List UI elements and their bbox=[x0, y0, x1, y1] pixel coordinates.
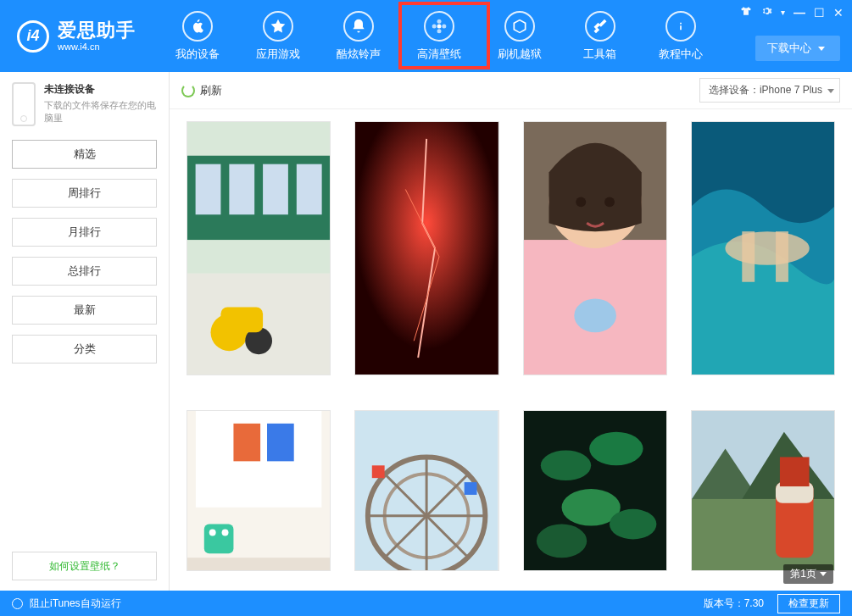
refresh-icon bbox=[181, 84, 195, 97]
svg-point-2 bbox=[437, 29, 441, 33]
refresh-button[interactable]: 刷新 bbox=[181, 83, 222, 98]
svg-rect-16 bbox=[355, 122, 498, 375]
minimize-button[interactable]: — bbox=[794, 6, 805, 19]
svg-point-49 bbox=[536, 524, 586, 558]
logo-badge: i4 bbox=[17, 20, 49, 53]
svg-rect-54 bbox=[780, 457, 810, 486]
nav-jailbreak[interactable]: 刷机越狱 bbox=[479, 4, 560, 69]
apple-icon bbox=[182, 11, 213, 42]
phone-icon bbox=[12, 82, 36, 126]
svg-rect-7 bbox=[196, 164, 221, 215]
main-nav: 我的设备 应用游戏 酷炫铃声 高清壁纸 刷机越狱 工具箱 教程中心 bbox=[157, 4, 721, 69]
sidebar-item-category[interactable]: 分类 bbox=[12, 335, 157, 363]
wallpaper-thumb[interactable] bbox=[523, 121, 667, 375]
chevron-down-icon[interactable]: ▾ bbox=[781, 8, 785, 17]
svg-point-0 bbox=[437, 24, 441, 28]
logo: i4 爱思助手 www.i4.cn bbox=[17, 20, 136, 53]
nav-wallpapers[interactable]: 高清壁纸 bbox=[398, 4, 479, 69]
help-link[interactable]: 如何设置壁纸？ bbox=[12, 552, 157, 580]
download-center-button[interactable]: 下载中心 bbox=[755, 36, 840, 61]
nav-ringtones[interactable]: 酷炫铃声 bbox=[318, 4, 398, 69]
svg-rect-25 bbox=[742, 231, 755, 282]
sidebar-item-featured[interactable]: 精选 bbox=[12, 140, 157, 169]
svg-point-4 bbox=[442, 24, 446, 28]
svg-rect-34 bbox=[187, 558, 330, 570]
svg-point-21 bbox=[604, 197, 615, 207]
svg-point-45 bbox=[540, 450, 590, 480]
svg-rect-10 bbox=[297, 164, 322, 215]
close-button[interactable]: ✕ bbox=[833, 6, 844, 19]
svg-point-24 bbox=[725, 231, 809, 265]
svg-rect-30 bbox=[267, 424, 294, 462]
svg-rect-29 bbox=[233, 424, 260, 462]
wallpaper-grid: 第1页 bbox=[170, 109, 852, 591]
nav-tools[interactable]: 工具箱 bbox=[560, 4, 640, 69]
nav-my-device[interactable]: 我的设备 bbox=[157, 4, 237, 69]
sidebar-item-latest[interactable]: 最新 bbox=[12, 296, 157, 325]
tools-icon bbox=[585, 11, 615, 42]
device-select[interactable]: 选择设备：iPhone 7 Plus bbox=[699, 78, 840, 103]
wallpaper-thumb[interactable] bbox=[523, 410, 667, 571]
sidebar-item-weekly[interactable]: 周排行 bbox=[12, 179, 157, 208]
wallpaper-thumb[interactable] bbox=[691, 410, 835, 571]
svg-rect-31 bbox=[204, 524, 234, 554]
svg-point-46 bbox=[589, 432, 643, 466]
sidebar-item-overall[interactable]: 总排行 bbox=[12, 257, 157, 286]
appstore-icon bbox=[263, 11, 293, 42]
sidebar-item-monthly[interactable]: 月排行 bbox=[12, 218, 157, 247]
flower-icon bbox=[424, 11, 454, 42]
check-update-button[interactable]: 检查更新 bbox=[777, 594, 840, 613]
app-url: www.i4.cn bbox=[58, 42, 136, 52]
svg-rect-9 bbox=[263, 164, 288, 215]
svg-rect-26 bbox=[776, 231, 788, 282]
wallpaper-thumb[interactable] bbox=[354, 121, 498, 375]
svg-point-3 bbox=[432, 24, 436, 28]
svg-rect-14 bbox=[220, 308, 263, 333]
app-title: 爱思助手 bbox=[58, 20, 136, 41]
maximize-button[interactable]: ☐ bbox=[814, 6, 825, 19]
svg-point-1 bbox=[437, 19, 441, 23]
wallpaper-thumb[interactable] bbox=[187, 410, 331, 571]
svg-point-33 bbox=[222, 530, 229, 536]
page-indicator[interactable]: 第1页 bbox=[783, 564, 833, 584]
window-controls: ▾ — ☐ ✕ bbox=[740, 5, 844, 19]
sidebar: 未连接设备 下载的文件将保存在您的电脑里 精选 周排行 月排行 总排行 最新 分… bbox=[0, 72, 170, 591]
toolbar: 刷新 选择设备：iPhone 7 Plus bbox=[170, 72, 852, 109]
bell-icon bbox=[343, 11, 374, 42]
info-icon bbox=[665, 11, 696, 42]
block-itunes-toggle[interactable]: 阻止iTunes自动运行 bbox=[12, 597, 121, 611]
wallpaper-thumb[interactable] bbox=[354, 410, 498, 571]
box-icon bbox=[504, 11, 535, 42]
device-status: 未连接设备 下载的文件将保存在您的电脑里 bbox=[12, 82, 157, 126]
svg-point-22 bbox=[574, 299, 616, 333]
svg-point-20 bbox=[576, 197, 586, 207]
svg-point-48 bbox=[609, 509, 655, 540]
gear-icon[interactable] bbox=[760, 5, 772, 19]
svg-point-32 bbox=[209, 530, 216, 536]
tshirt-icon[interactable] bbox=[740, 5, 752, 19]
app-header: i4 爱思助手 www.i4.cn 我的设备 应用游戏 酷炫铃声 高清壁纸 刷机… bbox=[0, 0, 852, 72]
version-label: 版本号：7.30 bbox=[704, 597, 764, 611]
nav-tutorials[interactable]: 教程中心 bbox=[640, 4, 721, 69]
svg-rect-43 bbox=[465, 482, 477, 495]
checkbox-icon bbox=[12, 598, 23, 609]
wallpaper-thumb[interactable] bbox=[187, 121, 331, 375]
nav-apps[interactable]: 应用游戏 bbox=[237, 4, 318, 69]
svg-rect-8 bbox=[229, 164, 254, 215]
status-bar: 阻止iTunes自动运行 版本号：7.30 检查更新 bbox=[0, 591, 852, 616]
svg-rect-42 bbox=[372, 465, 385, 478]
wallpaper-thumb[interactable] bbox=[691, 121, 835, 375]
